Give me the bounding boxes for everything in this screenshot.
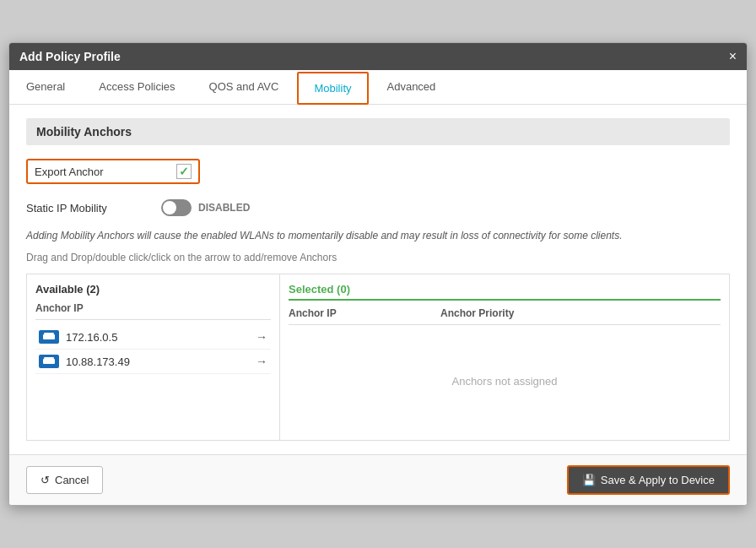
available-title: Available (2) — [35, 283, 271, 296]
cancel-icon: ↺ — [40, 474, 50, 486]
anchor-icon — [39, 355, 59, 368]
empty-text: Anchors not assigned — [451, 375, 557, 388]
anchor-ip-text: 172.16.0.5 — [66, 331, 249, 344]
selected-priority-header: Anchor Priority — [440, 307, 514, 319]
export-anchor-box: Export Anchor ✓ — [26, 159, 200, 184]
add-policy-profile-modal: Add Policy Profile × General Access Poli… — [8, 42, 748, 506]
cancel-button[interactable]: ↺ Cancel — [26, 466, 103, 494]
anchors-empty-state: Anchors not assigned — [289, 330, 721, 431]
available-ip-header: Anchor IP — [35, 302, 271, 320]
anchor-icon — [39, 330, 59, 344]
modal-footer: ↺ Cancel 💾 Save & Apply to Device — [9, 454, 747, 505]
cancel-label: Cancel — [55, 474, 89, 486]
modal-header: Add Policy Profile × — [9, 43, 747, 70]
toggle-wrapper: DISABLED — [161, 199, 250, 216]
tab-general[interactable]: General — [9, 70, 82, 105]
info-text: Adding Mobility Anchors will cause the e… — [26, 228, 730, 243]
export-anchor-row: Export Anchor ✓ — [26, 155, 730, 187]
selected-title: Selected (0) — [289, 283, 721, 301]
modal-body: Mobility Anchors Export Anchor ✓ Static … — [9, 105, 747, 454]
tab-access-policies[interactable]: Access Policies — [82, 70, 192, 105]
svg-rect-3 — [44, 357, 54, 359]
available-column: Available (2) Anchor IP 172.16.0.5 → — [27, 274, 280, 440]
static-ip-toggle[interactable] — [161, 199, 192, 216]
export-anchor-checkbox[interactable]: ✓ — [176, 164, 192, 179]
svg-rect-2 — [43, 359, 55, 364]
drag-info: Drag and Drop/double click/click on the … — [26, 252, 730, 263]
close-button[interactable]: × — [729, 50, 737, 63]
add-anchor-arrow-1[interactable]: → — [256, 330, 267, 344]
anchor-ip-text: 10.88.173.49 — [66, 355, 249, 368]
tab-advanced[interactable]: Advanced — [370, 70, 453, 105]
static-ip-label: Static IP Mobility — [26, 202, 161, 214]
export-anchor-label: Export Anchor — [35, 165, 170, 178]
static-ip-row: Static IP Mobility DISABLED — [26, 196, 730, 220]
selected-headers: Anchor IP Anchor Priority — [289, 307, 721, 325]
toggle-state-label: DISABLED — [198, 202, 250, 214]
selected-ip-header: Anchor IP — [289, 307, 440, 319]
modal-title: Add Policy Profile — [19, 50, 121, 63]
tab-bar: General Access Policies QOS and AVC Mobi… — [9, 70, 747, 105]
section-title: Mobility Anchors — [26, 118, 730, 145]
tab-qos-avc[interactable]: QOS and AVC — [192, 70, 296, 105]
save-label: Save & Apply to Device — [601, 474, 715, 486]
save-icon: 💾 — [582, 474, 596, 486]
svg-rect-1 — [44, 333, 54, 334]
selected-column: Selected (0) Anchor IP Anchor Priority A… — [280, 274, 729, 440]
tab-mobility[interactable]: Mobility — [297, 72, 368, 105]
list-item: 10.88.173.49 → — [35, 350, 271, 374]
list-item: 172.16.0.5 → — [35, 325, 271, 350]
svg-rect-0 — [43, 334, 55, 339]
add-anchor-arrow-2[interactable]: → — [256, 355, 267, 368]
checkmark-icon: ✓ — [179, 165, 189, 178]
anchors-columns: Available (2) Anchor IP 172.16.0.5 → — [26, 274, 730, 441]
save-apply-button[interactable]: 💾 Save & Apply to Device — [567, 465, 730, 495]
